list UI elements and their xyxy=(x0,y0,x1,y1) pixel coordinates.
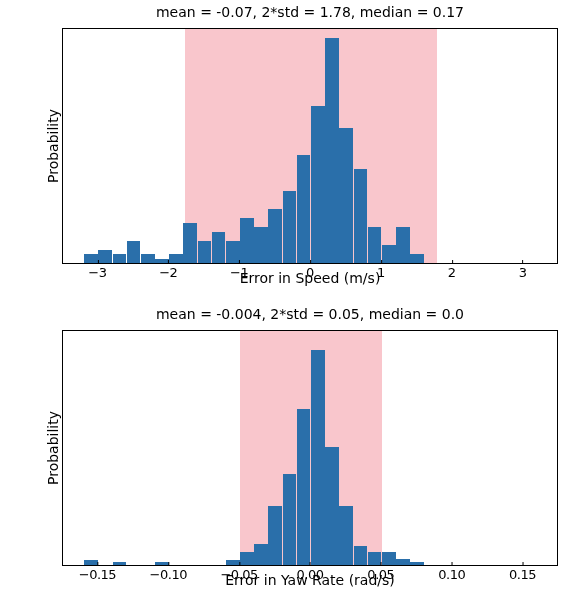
x-tick-label: −0.15 xyxy=(79,567,116,582)
histogram-bar xyxy=(254,227,268,263)
histogram-bar xyxy=(240,552,254,565)
x-tick-label: −3 xyxy=(88,265,106,280)
histogram-bar xyxy=(84,254,98,263)
histogram-bar xyxy=(198,241,212,263)
histogram-bar xyxy=(183,223,197,263)
y-axis-label: Probability xyxy=(45,411,61,485)
chart-title: mean = -0.07, 2*std = 1.78, median = 0.1… xyxy=(62,4,558,20)
histogram-bar xyxy=(283,191,297,263)
histogram-bar xyxy=(368,227,382,263)
histogram-bar xyxy=(155,259,169,263)
histogram-bar xyxy=(98,250,112,263)
plot-area xyxy=(62,28,558,264)
plot-area xyxy=(62,330,558,566)
histogram-bar xyxy=(339,506,353,565)
histogram-bar xyxy=(396,559,410,565)
histogram-bar xyxy=(311,350,325,565)
histogram-bar xyxy=(325,38,339,263)
x-tick-label: −0.05 xyxy=(220,567,257,582)
histogram-bar xyxy=(297,409,311,565)
histogram-bar xyxy=(226,241,240,263)
histogram-bar xyxy=(226,560,240,565)
speed-error-histogram: mean = -0.07, 2*std = 1.78, median = 0.1… xyxy=(62,28,558,264)
histogram-bar xyxy=(113,562,127,565)
x-tick-label: 1 xyxy=(377,265,385,280)
histogram-bar xyxy=(325,447,339,565)
histogram-bar xyxy=(382,552,396,565)
histogram-bar xyxy=(268,209,282,263)
histogram-bar xyxy=(354,546,368,565)
histogram-bar xyxy=(169,254,183,263)
histogram-bar xyxy=(84,560,98,565)
x-tick-label: 2 xyxy=(448,265,456,280)
x-tick-label: 0.05 xyxy=(367,567,394,582)
histogram-bar xyxy=(240,218,254,263)
histogram-bar xyxy=(297,155,311,263)
yawrate-error-histogram: mean = -0.004, 2*std = 0.05, median = 0.… xyxy=(62,330,558,566)
histogram-bar xyxy=(382,245,396,263)
histogram-bar xyxy=(396,227,410,263)
histogram-bar xyxy=(141,254,155,263)
histogram-bar xyxy=(311,106,325,263)
x-tick-label: 0 xyxy=(306,265,314,280)
histogram-bar xyxy=(127,241,141,263)
x-tick-label: 3 xyxy=(519,265,527,280)
histogram-bar xyxy=(410,254,424,263)
x-tick-label: −1 xyxy=(230,265,248,280)
histogram-bar xyxy=(283,474,297,565)
x-tick-label: 0.10 xyxy=(438,567,465,582)
histogram-bar xyxy=(354,169,368,263)
x-tick-label: 0.00 xyxy=(297,567,324,582)
histogram-bar xyxy=(212,232,226,263)
x-tick-label: 0.15 xyxy=(509,567,536,582)
histogram-bar xyxy=(254,544,268,565)
x-tick-label: −0.10 xyxy=(150,567,187,582)
histogram-bar xyxy=(155,562,169,565)
histogram-bar xyxy=(410,562,424,565)
chart-title: mean = -0.004, 2*std = 0.05, median = 0.… xyxy=(62,306,558,322)
histogram-bar xyxy=(368,552,382,565)
histogram-bar xyxy=(339,128,353,263)
histogram-bar xyxy=(113,254,127,263)
y-axis-label: Probability xyxy=(45,109,61,183)
x-tick-label: −2 xyxy=(159,265,177,280)
figure: mean = -0.07, 2*std = 1.78, median = 0.1… xyxy=(0,0,588,608)
histogram-bar xyxy=(268,506,282,565)
